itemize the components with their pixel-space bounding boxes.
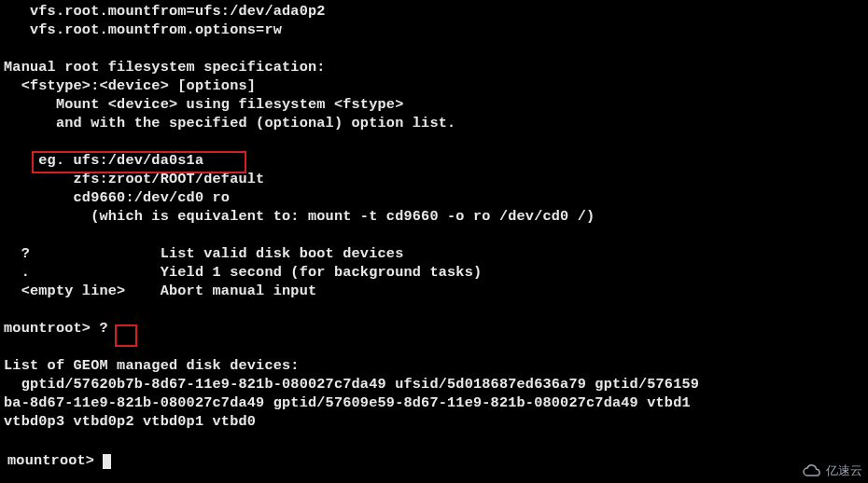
terminal-output: vfs.root.mountfrom=ufs:/dev/ada0p2 vfs.r… bbox=[0, 0, 868, 431]
cloud-icon bbox=[802, 464, 822, 477]
cursor-block bbox=[103, 454, 111, 469]
watermark-text: 亿速云 bbox=[826, 462, 862, 479]
watermark: 亿速云 bbox=[802, 462, 862, 479]
mountroot-prompt[interactable]: mountroot> bbox=[4, 449, 111, 470]
prompt-prefix: mountroot> bbox=[7, 452, 103, 469]
